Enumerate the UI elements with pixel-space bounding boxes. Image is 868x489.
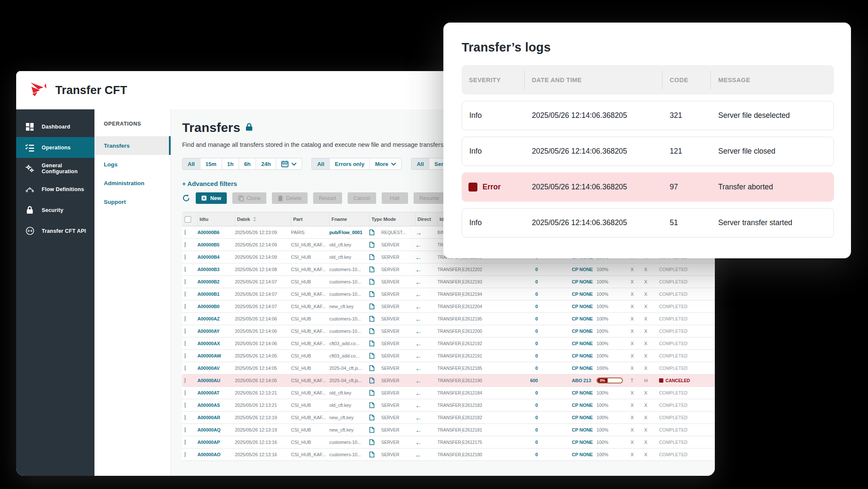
cell-idtu[interactable]: A00000B0	[197, 304, 235, 309]
row-checkbox[interactable]	[185, 316, 186, 321]
status-filter-all[interactable]: All	[312, 158, 329, 169]
clone-button[interactable]: Clone	[232, 192, 267, 204]
log-entry-97[interactable]: Error2025/05/26 12:14:06.36820597Transfe…	[462, 172, 834, 202]
sidebar-item-security[interactable]: Security	[16, 200, 94, 220]
column-header-datek[interactable]: Datek	[235, 212, 291, 226]
transfer-row-a00000ao[interactable]: A00000AO2025/05/26 12:13:16CSI_HUB_KAF..…	[182, 449, 715, 461]
transfer-row-a00000ay[interactable]: A00000AY2025/05/26 12:14:06CSI_HUB_KAF..…	[182, 325, 715, 337]
row-checkbox[interactable]	[185, 452, 186, 457]
row-checkbox[interactable]	[185, 230, 186, 235]
cell-idtu[interactable]: A00000AW	[197, 353, 235, 358]
halt-button[interactable]: Halt	[382, 192, 408, 204]
row-checkbox[interactable]	[185, 292, 186, 297]
row-checkbox[interactable]	[185, 341, 186, 346]
time-filter-15m[interactable]: 15m	[200, 158, 222, 169]
cell-idtu[interactable]: A00000AU	[197, 378, 235, 383]
cancel-button[interactable]: Cancel	[348, 192, 376, 204]
column-header-fname[interactable]: Fname	[329, 212, 369, 226]
transfer-row-a00000au[interactable]: A00000AU2025/05/26 12:14:05CSI_HUB_KAF..…	[182, 375, 715, 387]
sidebar-item-general-configuration[interactable]: General Configuration	[16, 158, 94, 179]
cell-idtu[interactable]: A00000AV	[197, 366, 235, 371]
cell-mode: SERVER	[381, 341, 415, 346]
sidebar-item-operations[interactable]: Operations	[16, 137, 94, 158]
transfer-row-a00000b1[interactable]: A00000B12025/05/26 12:14:07CSI_HUB_KAF..…	[182, 288, 715, 300]
subnav-item-transfers[interactable]: Transfers	[94, 136, 171, 155]
row-checkbox[interactable]	[185, 267, 186, 272]
column-header-mode[interactable]: Mode	[381, 212, 415, 226]
advanced-filters-link[interactable]: + Advanced filters	[182, 180, 237, 187]
transfer-row-a00000aq[interactable]: A00000AQ2025/05/26 12:13:19CSI_HUBnew_cf…	[182, 424, 715, 436]
cell-idtu[interactable]: A00000AY	[197, 329, 235, 334]
column-header-type[interactable]: Type	[369, 212, 381, 226]
transfer-row-a00000as[interactable]: A00000AS2025/05/26 12:13:21CSI_HUBold_cf…	[182, 399, 715, 412]
cell-idtu[interactable]: A00000B4	[197, 255, 235, 260]
row-checkbox[interactable]	[185, 304, 186, 309]
column-header-part[interactable]: Part	[291, 212, 329, 226]
time-filter-1h[interactable]: 1h	[222, 158, 239, 169]
cell-idtu[interactable]: A00000AT	[197, 390, 235, 395]
cell-idtu[interactable]: A00000B2	[197, 279, 235, 284]
cell-idtu[interactable]: A00000AR	[197, 415, 235, 420]
time-filter-24h[interactable]: 24h	[256, 158, 276, 169]
refresh-icon[interactable]	[182, 194, 190, 202]
column-header-direct[interactable]: Direct	[415, 212, 437, 226]
row-checkbox[interactable]	[185, 366, 186, 371]
transfer-row-a00000b0[interactable]: A00000B02025/05/26 12:14:07CSI_HUB_KAF..…	[182, 300, 715, 313]
direction-filter-all[interactable]: All	[411, 158, 429, 169]
cell-idtu[interactable]: A00000AP	[197, 440, 235, 445]
transfer-row-a00000aw[interactable]: A00000AW2025/05/26 12:14:05CSI_HUBcft03_…	[182, 350, 715, 362]
row-checkbox[interactable]	[185, 440, 186, 445]
transfer-row-a00000at[interactable]: A00000AT2025/05/26 12:13:21CSI_HUB_KAF..…	[182, 387, 715, 399]
transfer-row-a00000av[interactable]: A00000AV2025/05/26 12:14:05CSI_HUB2025-0…	[182, 362, 715, 375]
transfer-row-a00000b2[interactable]: A00000B22025/05/26 12:14:07CSI_HUBcustom…	[182, 276, 715, 288]
time-filter-all[interactable]: All	[183, 158, 200, 169]
subnav-item-support[interactable]: Support	[94, 192, 171, 211]
transfer-row-a00000ax[interactable]: A00000AX2025/05/26 12:14:06CSI_HUB_KAF..…	[182, 337, 715, 350]
cell-idtu[interactable]: A00000AO	[197, 452, 235, 457]
subnav-item-logs[interactable]: Logs	[94, 155, 171, 174]
sidebar-item-transfer-cft-api[interactable]: Transfer CFT API	[16, 220, 94, 241]
cell-fname[interactable]: pub/Flow_0001	[329, 230, 369, 235]
log-entry-121[interactable]: Info2025/05/26 12:14:06.368205121Server …	[462, 137, 834, 166]
cell-idtu[interactable]: A00000B3	[197, 267, 235, 272]
date-range-picker[interactable]	[276, 158, 302, 169]
sidebar-item-flow-definitions[interactable]: Flow Definitions	[16, 179, 94, 200]
row-checkbox[interactable]	[185, 390, 186, 395]
transfer-row-a00000b3[interactable]: A00000B32025/05/26 12:14:08CSI_HUB_KAF..…	[182, 263, 715, 276]
cell-idtu[interactable]: A00000AX	[197, 341, 235, 346]
row-checkbox[interactable]	[185, 427, 186, 432]
column-header-idtu[interactable]: Idtu	[197, 212, 235, 226]
cell-idtu[interactable]: A00000AZ	[197, 316, 235, 321]
restart-button[interactable]: Restart	[313, 192, 342, 204]
time-filter-6h[interactable]: 6h	[239, 158, 256, 169]
cell-idtu[interactable]: A00000B5	[197, 242, 235, 247]
cell-cp: CP NONE	[547, 341, 597, 346]
cell-idtu[interactable]: A00000B1	[197, 292, 235, 297]
status-filter-more[interactable]: More	[369, 158, 401, 169]
row-checkbox[interactable]	[185, 279, 186, 284]
status-filter-errors-only[interactable]: Errors only	[329, 158, 369, 169]
transfer-row-a00000ar[interactable]: A00000AR2025/05/26 12:13:19CSI_HUB_KAF..…	[182, 412, 715, 424]
transfer-row-a00000ap[interactable]: A00000AP2025/05/26 12:13:16CSI_HUBcustom…	[182, 436, 715, 449]
cell-part: CSI_HUB	[291, 366, 329, 371]
row-checkbox[interactable]	[185, 353, 186, 358]
row-checkbox[interactable]	[185, 378, 186, 383]
cell-datek: 2025/05/26 12:14:09	[235, 242, 291, 247]
transfer-row-a00000az[interactable]: A00000AZ2025/05/26 12:14:06CSI_HUBcustom…	[182, 313, 715, 325]
new-button[interactable]: New	[196, 192, 227, 204]
row-checkbox[interactable]	[185, 403, 186, 408]
cell-idtu[interactable]: A00000AQ	[197, 427, 235, 432]
row-checkbox[interactable]	[185, 329, 186, 334]
row-checkbox[interactable]	[185, 242, 186, 247]
sidebar-item-dashboard[interactable]: Dashboard	[16, 116, 94, 137]
resume-button[interactable]: Resume	[414, 192, 445, 204]
cell-idtu[interactable]: A00000AS	[197, 403, 235, 408]
log-entry-51[interactable]: Info2025/05/26 12:14:06.36820551Server t…	[462, 208, 834, 237]
log-entry-321[interactable]: Info2025/05/26 12:14:06.368205321Server …	[462, 101, 834, 130]
delete-button[interactable]: Delete	[272, 192, 307, 204]
cell-idtu[interactable]: A00000B6	[197, 230, 235, 235]
row-checkbox[interactable]	[185, 255, 186, 260]
select-all-checkbox[interactable]	[185, 216, 191, 223]
row-checkbox[interactable]	[185, 415, 186, 420]
subnav-item-administration[interactable]: Administration	[94, 174, 171, 192]
